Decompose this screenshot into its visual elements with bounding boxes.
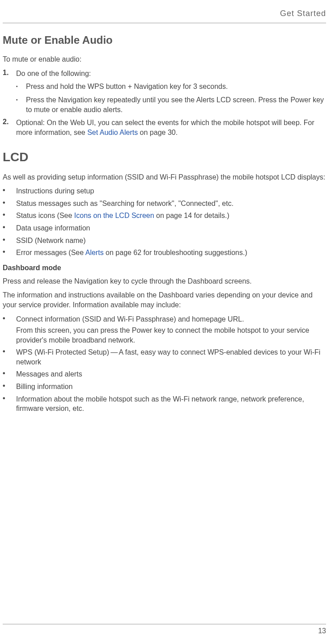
dashboard-bullet-2: • WPS (Wi-Fi Protected Setup) — A fast, …: [3, 347, 326, 367]
dashboard-bullet-3: • Messages and alerts: [3, 369, 326, 379]
bullet-dot: •: [3, 248, 16, 258]
step-1-sub-2: • Press the Navigation key repeatedly un…: [16, 95, 326, 114]
lcd-bullet-2: • Status messages such as "Searching for…: [3, 199, 326, 209]
lcd-bullet-4: • Data usage information: [3, 223, 326, 233]
step-1-sub-2-text: Press the Navigation key repeatedly unti…: [26, 95, 326, 114]
step-1-number: 1.: [3, 69, 16, 79]
bullet-dot: •: [3, 223, 16, 233]
lcd-bullet-3: • Status icons (See Icons on the LCD Scr…: [3, 211, 326, 221]
dashboard-bullet-3-text: Messages and alerts: [16, 369, 326, 379]
dashboard-bullet-1-line2: From this screen, you can press the Powe…: [16, 326, 326, 345]
page-number: 13: [318, 627, 326, 635]
dashboard-bullet-4-text: Billing information: [16, 382, 326, 392]
step-2: 2. Optional: On the Web UI, you can sele…: [3, 118, 326, 137]
dashboard-para-1: Press and release the Navigation key to …: [3, 276, 326, 286]
dashboard-bullet-5: • Information about the mobile hotspot s…: [3, 394, 326, 414]
bullet-dot: •: [3, 314, 16, 345]
lcd-bullet-2-text: Status messages such as "Searching for n…: [16, 199, 326, 209]
step-1-sub-1: • Press and hold the WPS button + Naviga…: [16, 82, 326, 92]
dashboard-bullet-1-line1: Connect information (SSID and Wi-Fi Pass…: [16, 315, 244, 323]
page-header: Get Started: [3, 9, 326, 23]
lcd-bullet-5-text: SSID (Network name): [16, 236, 326, 246]
step-2-number: 2.: [3, 118, 16, 137]
bullet-dot: •: [3, 347, 16, 367]
bullet-dot: •: [3, 211, 16, 221]
link-alerts[interactable]: Alerts: [85, 249, 104, 256]
dashboard-bullet-1-content: Connect information (SSID and Wi-Fi Pass…: [16, 314, 326, 345]
dashboard-mode-heading: Dashboard mode: [3, 264, 326, 272]
step-1-sub-1-text: Press and hold the WPS button + Navigati…: [26, 82, 326, 92]
bullet-dot: •: [3, 382, 16, 392]
bullet-dot: •: [3, 369, 16, 379]
dashboard-bullet-2-text: WPS (Wi-Fi Protected Setup) — A fast, ea…: [16, 347, 326, 367]
dashboard-para-2: The information and instructions availab…: [3, 290, 326, 309]
step-2-text-after: on page 30.: [138, 129, 178, 136]
lcd-bullet-3-before: Status icons (See: [16, 212, 74, 219]
step-1: 1. Do one of the following:: [3, 69, 326, 79]
bullet-dot: •: [16, 82, 26, 92]
lcd-bullet-4-text: Data usage information: [16, 223, 326, 233]
lcd-bullet-3-after: on page 14 for details.): [154, 212, 229, 219]
mute-intro: To mute or enable audio:: [3, 54, 326, 64]
link-set-audio-alerts[interactable]: Set Audio Alerts: [87, 129, 138, 136]
lcd-bullet-1: • Instructions during setup: [3, 186, 326, 196]
bullet-dot: •: [3, 394, 16, 414]
bullet-dot: •: [16, 95, 26, 114]
section-title-lcd: LCD: [3, 150, 326, 164]
lcd-bullet-6-before: Error messages (See: [16, 249, 85, 256]
lcd-bullet-6-content: Error messages (See Alerts on page 62 fo…: [16, 248, 326, 258]
bullet-dot: •: [3, 186, 16, 196]
step-2-content: Optional: On the Web UI, you can select …: [16, 118, 326, 137]
bullet-dot: •: [3, 236, 16, 246]
lcd-bullet-6: • Error messages (See Alerts on page 62 …: [3, 248, 326, 258]
section-title-mute-audio: Mute or Enable Audio: [3, 34, 326, 46]
bullet-dot: •: [3, 199, 16, 209]
lcd-bullet-6-after: on page 62 for troubleshooting suggestio…: [104, 249, 247, 256]
lcd-bullet-1-text: Instructions during setup: [16, 186, 326, 196]
dashboard-bullet-4: • Billing information: [3, 382, 326, 392]
link-icons-lcd-screen[interactable]: Icons on the LCD Screen: [74, 212, 154, 219]
step-1-text: Do one of the following:: [16, 69, 326, 79]
dashboard-bullet-5-text: Information about the mobile hotspot suc…: [16, 394, 326, 414]
dashboard-bullet-1: • Connect information (SSID and Wi-Fi Pa…: [3, 314, 326, 345]
lcd-bullet-5: • SSID (Network name): [3, 236, 326, 246]
lcd-intro: As well as providing setup information (…: [3, 172, 326, 182]
lcd-bullet-3-content: Status icons (See Icons on the LCD Scree…: [16, 211, 326, 221]
page-footer: 13: [3, 624, 326, 635]
